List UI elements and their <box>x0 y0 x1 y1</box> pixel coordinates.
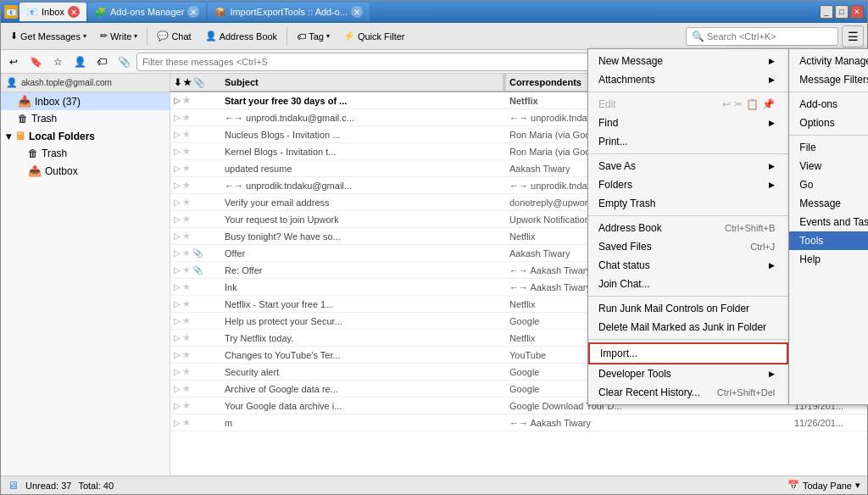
menu-item-save-as[interactable]: Save As ▶ <box>588 157 788 175</box>
star-icon[interactable]: ★ <box>182 231 191 242</box>
menu-item-message-filters[interactable]: Message Filters ▶ <box>789 70 868 89</box>
quick-filter-button[interactable]: ⚡ Quick Filter <box>337 27 411 45</box>
chat-button[interactable]: 💬 Chat <box>151 27 197 45</box>
close-button[interactable]: ✕ <box>850 5 864 19</box>
email-flag-cell: ▷ ★ <box>170 349 221 360</box>
email-flag-cell: ▷ ★ <box>170 163 221 174</box>
star-button[interactable]: ☆ <box>48 53 67 71</box>
write-button[interactable]: ✏ Write ▾ <box>94 27 143 45</box>
sidebar: 👤 akash.tople@gmail.com 📥 Inbox (37) 🗑 T… <box>1 74 170 476</box>
menu-item-clear-history[interactable]: Clear Recent History... Ctrl+Shift+Del <box>588 383 788 402</box>
menu-item-new-message[interactable]: New Message ▶ <box>588 52 788 70</box>
star-icon[interactable]: ★ <box>182 383 191 394</box>
star-icon[interactable]: ★ <box>182 349 191 360</box>
attach-button[interactable]: 📎 <box>114 53 133 71</box>
menu-item-view[interactable]: View ▶ <box>789 157 868 175</box>
menu-item-addons[interactable]: Add-ons ▶ <box>789 95 868 114</box>
star-icon[interactable]: ★ <box>182 281 191 292</box>
maximize-button[interactable]: □ <box>835 5 849 19</box>
contact-button[interactable]: 👤 <box>70 53 89 71</box>
email-subject: m <box>221 418 506 428</box>
star-icon[interactable]: ★ <box>182 95 191 106</box>
email-row[interactable]: ▷ ★ m←→ Aakash Tiwary11/26/201... <box>170 414 867 431</box>
reply-button[interactable]: ↩ <box>4 53 23 71</box>
star-icon[interactable]: ★ <box>182 332 191 343</box>
menu-item-address-book[interactable]: Address Book Ctrl+Shift+B <box>588 219 788 237</box>
menu-item-folders[interactable]: Folders ▶ <box>588 175 788 194</box>
tab-importexport-close[interactable]: ✕ <box>351 6 363 18</box>
menu-item-empty-trash[interactable]: Empty Trash <box>588 194 788 213</box>
search-input[interactable] <box>707 31 832 42</box>
hamburger-menu-button[interactable]: ☰ <box>842 25 864 47</box>
menu-item-events-tasks[interactable]: Events and Tasks ▶ <box>789 213 868 231</box>
star-icon[interactable]: ★ <box>182 298 191 309</box>
star-icon[interactable]: ★ <box>182 400 191 411</box>
minimize-button[interactable]: _ <box>820 5 833 19</box>
email-correspondent: ←→ Aakash Tiwary <box>506 418 791 428</box>
menu-item-saved-files[interactable]: Saved Files Ctrl+J <box>588 237 788 256</box>
today-pane-arrow[interactable]: ▾ <box>855 480 860 491</box>
star-icon[interactable]: ★ <box>182 112 191 123</box>
sidebar-item-inbox[interactable]: 📥 Inbox (37) <box>1 92 170 110</box>
star-icon[interactable]: ★ <box>182 146 191 157</box>
menu-item-tools[interactable]: Tools ▶ <box>789 231 868 250</box>
email-subject: Your request to join Upwork <box>221 214 506 225</box>
header-subject[interactable]: Subject <box>221 77 503 87</box>
sidebar-item-trash[interactable]: 🗑 Trash <box>1 110 170 127</box>
thread-icon: ▷ <box>174 316 181 325</box>
star-icon[interactable]: ★ <box>182 163 191 174</box>
star-icon[interactable]: ★ <box>182 248 191 259</box>
search-box[interactable]: 🔍 <box>686 27 838 46</box>
star-icon[interactable]: ★ <box>182 417 191 428</box>
local-folders-header[interactable]: ▾ 🖥 Local Folders <box>1 127 170 145</box>
menu-item-go[interactable]: Go ▶ <box>789 175 868 194</box>
address-book-button[interactable]: 👤 Address Book <box>199 27 283 45</box>
thread-icon: ▷ <box>174 96 181 105</box>
tag-msg-button[interactable]: 🏷 <box>92 53 111 71</box>
local-folders-icon: 🖥 <box>14 130 25 142</box>
bookmark-button[interactable]: 🔖 <box>26 53 45 71</box>
menu-sep-1 <box>588 92 788 92</box>
menu-item-activity-manager[interactable]: Activity Manager <box>789 52 868 70</box>
menu-item-chat-status[interactable]: Chat status ▶ <box>588 256 788 275</box>
get-messages-button[interactable]: ⬇ Get Messages ▾ <box>4 27 92 45</box>
menu-item-attachments[interactable]: Attachments ▶ <box>588 70 788 89</box>
header-flags: ⬇★📎 <box>170 77 221 88</box>
menu-item-developer-tools[interactable]: Developer Tools ▶ <box>588 364 788 383</box>
write-icon: ✏ <box>100 31 108 42</box>
menu-item-options[interactable]: Options ▶ <box>789 114 868 132</box>
star-icon[interactable]: ★ <box>182 264 191 275</box>
star-icon[interactable]: ★ <box>182 315 191 326</box>
folders-label: Folders <box>598 179 632 191</box>
total-count: Total: 40 <box>78 481 114 491</box>
email-subject: Security alert <box>221 367 506 377</box>
menu-item-file[interactable]: File ▶ <box>789 138 868 157</box>
tab-importexport[interactable]: 📦 ImportExportTools :: Add-o... ✕ <box>208 3 370 21</box>
star-icon[interactable]: ★ <box>182 129 191 140</box>
email-flag-cell: ▷ ★ <box>170 112 221 123</box>
go-label: Go <box>799 179 813 191</box>
star-icon[interactable]: ★ <box>182 366 191 377</box>
menu-item-message[interactable]: Message ▶ <box>789 194 868 213</box>
menu-item-join-chat[interactable]: Join Chat... <box>588 275 788 293</box>
email-subject: Your Google data archive i... <box>221 401 506 411</box>
account-header[interactable]: 👤 akash.tople@gmail.com <box>1 74 170 92</box>
star-icon[interactable]: ★ <box>182 180 191 191</box>
tab-inbox[interactable]: 📧 Inbox ✕ <box>19 3 86 21</box>
sidebar-item-outbox[interactable]: 📤 Outbox <box>1 162 170 180</box>
menu-item-help[interactable]: Help ▶ <box>789 250 868 269</box>
email-flag-cell: ▷ ★ <box>170 366 221 377</box>
menu-item-find[interactable]: Find ▶ <box>588 114 788 132</box>
menu-item-import[interactable]: Import... <box>588 342 788 364</box>
menu-item-print[interactable]: Print... <box>588 132 788 151</box>
star-icon[interactable]: ★ <box>182 214 191 225</box>
sidebar-item-lf-trash[interactable]: 🗑 Trash <box>1 145 170 162</box>
menu-item-run-junk[interactable]: Run Junk Mail Controls on Folder <box>588 299 788 318</box>
star-icon[interactable]: ★ <box>182 197 191 208</box>
tag-button[interactable]: 🏷 Tag ▾ <box>291 28 336 45</box>
menu-item-delete-junk[interactable]: Delete Mail Marked as Junk in Folder <box>588 318 788 336</box>
tab-addons-close[interactable]: ✕ <box>187 6 199 18</box>
email-subject: updated resume <box>221 164 506 174</box>
tab-addons[interactable]: 🧩 Add-ons Manager ✕ <box>88 3 206 21</box>
tab-inbox-close[interactable]: ✕ <box>68 6 80 18</box>
